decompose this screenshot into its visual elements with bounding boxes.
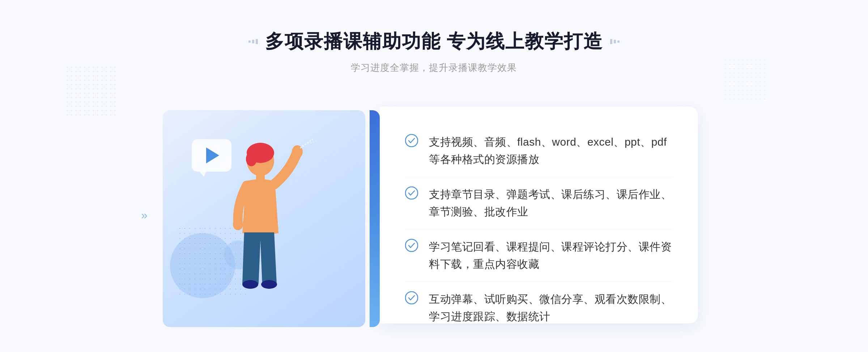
person-illustration (184, 132, 322, 327)
illustration-area: » (163, 96, 387, 334)
check-circle-icon-1 (405, 134, 418, 147)
header-section: 多项录播课辅助功能 专为线上教学打造 学习进度全掌握，提升录播课教学效果 (248, 0, 620, 74)
svg-point-5 (233, 219, 243, 230)
feature-item-3: 学习笔记回看、课程提问、课程评论打分、课件资料下载，重点内容收藏 (405, 229, 673, 282)
chevron-left-icon: » (141, 209, 148, 221)
blue-stripe (370, 110, 380, 327)
decorator-dot-5 (614, 40, 616, 43)
svg-point-2 (246, 152, 257, 166)
bg-dots-right (723, 58, 767, 101)
left-arrows: » (141, 209, 148, 221)
check-circle-icon-3 (405, 239, 418, 252)
header-title-row: 多项录播课辅助功能 专为线上教学打造 (248, 29, 620, 54)
svg-point-6 (242, 280, 258, 289)
page-container: 多项录播课辅助功能 专为线上教学打造 学习进度全掌握，提升录播课教学效果 » (0, 0, 868, 352)
check-circle-icon-2 (405, 186, 418, 199)
svg-point-11 (405, 187, 418, 199)
check-circle-icon-4 (405, 291, 418, 304)
svg-line-8 (300, 139, 313, 148)
feature-text-2: 支持章节目录、弹题考试、课后练习、课后作业、章节测验、批改作业 (429, 186, 673, 220)
svg-line-9 (302, 141, 316, 146)
feature-item-1: 支持视频、音频、flash、word、excel、ppt、pdf等各种格式的资源… (405, 125, 673, 177)
bg-dots-left (65, 65, 116, 116)
feature-text-1: 支持视频、音频、flash、word、excel、ppt、pdf等各种格式的资源… (429, 133, 673, 168)
features-panel: 支持视频、音频、flash、word、excel、ppt、pdf等各种格式的资源… (380, 107, 698, 323)
illustration-card (163, 110, 365, 327)
main-content: » (145, 96, 723, 334)
decorator-dot-1 (248, 40, 251, 43)
svg-point-10 (405, 134, 418, 147)
svg-point-7 (261, 280, 277, 289)
decorator-dot-6 (617, 40, 620, 43)
feature-text-3: 学习笔记回看、课程提问、课程评论打分、课件资料下载，重点内容收藏 (429, 238, 673, 273)
main-title: 多项录播课辅助功能 专为线上教学打造 (265, 29, 603, 54)
feature-text-4: 互动弹幕、试听购买、微信分享、观看次数限制、学习进度跟踪、数据统计 (429, 291, 673, 325)
svg-point-13 (405, 292, 418, 304)
svg-point-12 (405, 239, 418, 252)
decorator-dot-3 (256, 39, 258, 44)
right-title-decorator (610, 39, 620, 44)
left-title-decorator (248, 39, 258, 44)
subtitle: 学习进度全掌握，提升录播课教学效果 (248, 61, 620, 74)
feature-item-4: 互动弹幕、试听购买、微信分享、观看次数限制、学习进度跟踪、数据统计 (405, 282, 673, 334)
feature-item-2: 支持章节目录、弹题考试、课后练习、课后作业、章节测验、批改作业 (405, 177, 673, 229)
decorator-dot-4 (610, 39, 612, 44)
decorator-dot-2 (252, 40, 254, 43)
